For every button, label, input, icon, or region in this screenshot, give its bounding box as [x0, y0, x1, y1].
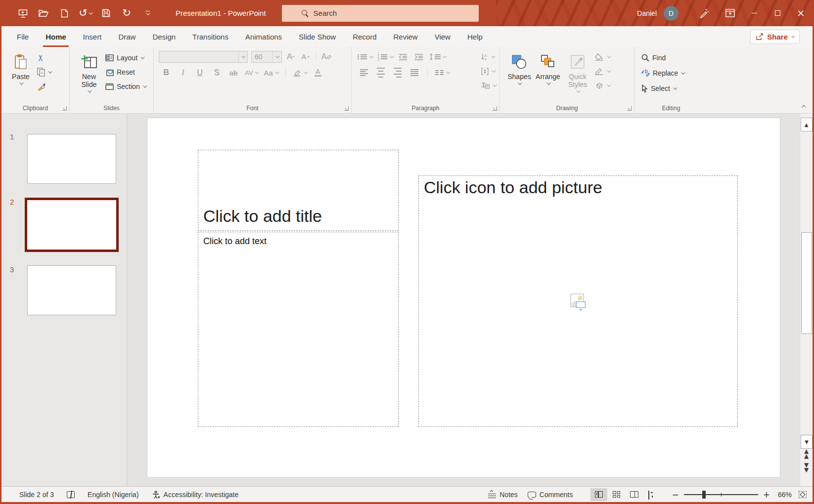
new-file-button[interactable]: [54, 3, 75, 23]
reading-view-icon: [630, 491, 638, 498]
slide-sorter-view-button[interactable]: [608, 488, 625, 501]
copy-dropdown-chevron[interactable]: [48, 69, 52, 73]
tab-draw[interactable]: Draw: [110, 26, 144, 47]
notes-button[interactable]: Notes: [488, 491, 518, 499]
comments-button[interactable]: Comments: [528, 491, 573, 499]
collapse-ribbon-button[interactable]: [803, 101, 806, 110]
drawing-group-label: Drawing: [500, 105, 634, 112]
shapes-dropdown-chevron[interactable]: [518, 81, 522, 84]
zoom-out-button[interactable]: −: [672, 490, 679, 500]
previous-slide-button[interactable]: ▲▲: [800, 449, 813, 459]
ribbon-display-options-button[interactable]: [717, 0, 743, 26]
text-shadow-button: S: [211, 67, 222, 79]
select-dropdown-chevron[interactable]: [673, 85, 677, 89]
undo-button[interactable]: ↺: [75, 3, 95, 23]
slide-editing-area: Click to add title Click to add text Cli…: [127, 114, 800, 486]
decrease-font-size-button: A: [300, 51, 311, 63]
slide-2-thumbnail[interactable]: [25, 198, 119, 252]
slideshow-view-button[interactable]: [644, 488, 661, 501]
user-avatar[interactable]: D: [664, 6, 678, 21]
maximize-button[interactable]: [766, 0, 789, 26]
find-icon: [641, 54, 649, 62]
accessibility-checker-button[interactable]: Accessibility: Investigate: [152, 491, 239, 499]
shapes-button[interactable]: Shapes: [505, 51, 534, 85]
zoom-slider[interactable]: [684, 491, 758, 499]
layout-dropdown-chevron[interactable]: [140, 55, 144, 59]
arrange-button[interactable]: Arrange: [534, 51, 562, 85]
new-slide-button[interactable]: New Slide: [75, 51, 103, 93]
slide-3-thumbnail[interactable]: [27, 265, 116, 315]
editing-group-label: Editing: [634, 105, 708, 112]
scroll-down-button[interactable]: ▼: [801, 435, 813, 449]
open-file-button[interactable]: [33, 3, 54, 23]
tab-design[interactable]: Design: [144, 26, 184, 47]
slides-group: New Slide Layout Reset Section Slides: [70, 47, 154, 113]
paste-dropdown-chevron[interactable]: [19, 81, 23, 84]
body-text-placeholder[interactable]: Click to add text: [198, 232, 399, 427]
copy-button[interactable]: [37, 66, 51, 78]
paragraph-group-label: Paragraph: [352, 105, 499, 112]
coming-soon-button[interactable]: [691, 0, 717, 26]
share-dropdown-chevron[interactable]: [791, 34, 795, 38]
tab-slide-show[interactable]: Slide Show: [290, 26, 344, 47]
tab-transitions[interactable]: Transitions: [184, 26, 237, 47]
share-button[interactable]: Share: [750, 30, 800, 44]
tab-record[interactable]: Record: [344, 26, 385, 47]
paragraph-dialog-launcher[interactable]: [493, 106, 497, 111]
redo-button[interactable]: ↻: [116, 3, 137, 23]
zoom-slider-handle[interactable]: [702, 491, 706, 499]
scroll-up-button[interactable]: ▲: [801, 118, 813, 131]
fit-slide-to-window-button[interactable]: [799, 491, 807, 498]
spell-check-button[interactable]: [67, 491, 75, 498]
customize-quick-access-toolbar-button[interactable]: [137, 3, 158, 23]
scroll-down-icon: ▼: [805, 439, 809, 445]
start-slideshow-button[interactable]: [12, 3, 33, 23]
tab-insert[interactable]: Insert: [75, 26, 110, 47]
format-painter-button[interactable]: [37, 81, 51, 92]
tab-file[interactable]: File: [8, 26, 37, 47]
search-input[interactable]: [314, 9, 437, 17]
slide-1-thumbnail[interactable]: [27, 134, 116, 184]
zoom-in-button[interactable]: +: [763, 490, 770, 500]
tab-home[interactable]: Home: [37, 26, 75, 47]
cut-button[interactable]: ✂: [37, 52, 51, 64]
close-button[interactable]: ×: [789, 0, 813, 26]
clipboard-group-label: Clipboard: [1, 105, 69, 112]
scrollbar-thumb[interactable]: [801, 232, 812, 334]
insert-picture-icon[interactable]: [571, 294, 586, 309]
section-dropdown-chevron[interactable]: [143, 84, 147, 87]
vertical-scrollbar[interactable]: ▲ ▼ ▲▲ ▼▼: [800, 114, 813, 486]
find-button[interactable]: Find: [641, 52, 684, 64]
replace-dropdown-chevron[interactable]: [681, 70, 685, 74]
font-name-dropdown-chevron: [238, 51, 247, 62]
zoom-level[interactable]: 66%: [770, 491, 792, 499]
layout-button[interactable]: Layout: [105, 52, 146, 64]
title-placeholder[interactable]: Click to add title: [198, 150, 399, 231]
picture-placeholder[interactable]: Click icon to add picture: [418, 175, 738, 427]
search-box[interactable]: [282, 5, 479, 22]
new-slide-dropdown-chevron[interactable]: [88, 88, 91, 92]
language-button[interactable]: English (Nigeria): [88, 491, 138, 499]
paste-button[interactable]: Paste: [6, 51, 35, 85]
clear-formatting-button: A: [321, 51, 332, 63]
next-slide-button[interactable]: ▼▼: [800, 462, 813, 472]
clipboard-dialog-launcher[interactable]: [62, 106, 67, 111]
slideshow-icon: [648, 491, 656, 498]
tab-help[interactable]: Help: [459, 26, 491, 47]
reset-button[interactable]: Reset: [105, 66, 146, 78]
normal-view-button[interactable]: [590, 488, 607, 501]
replace-button[interactable]: bc Replace: [641, 67, 684, 79]
undo-dropdown-chevron[interactable]: [89, 10, 92, 14]
tab-animations[interactable]: Animations: [237, 26, 290, 47]
drawing-dialog-launcher[interactable]: [627, 106, 632, 111]
slide-canvas[interactable]: Click to add title Click to add text Cli…: [147, 118, 780, 478]
tab-review[interactable]: Review: [385, 26, 426, 47]
font-dialog-launcher[interactable]: [344, 106, 349, 111]
section-button[interactable]: Section: [105, 81, 146, 92]
arrange-dropdown-chevron[interactable]: [546, 81, 550, 84]
reading-view-button[interactable]: [626, 488, 643, 501]
minimize-button[interactable]: [743, 0, 766, 26]
select-button[interactable]: Select: [641, 83, 684, 94]
save-button[interactable]: [95, 3, 116, 23]
tab-view[interactable]: View: [426, 26, 459, 47]
